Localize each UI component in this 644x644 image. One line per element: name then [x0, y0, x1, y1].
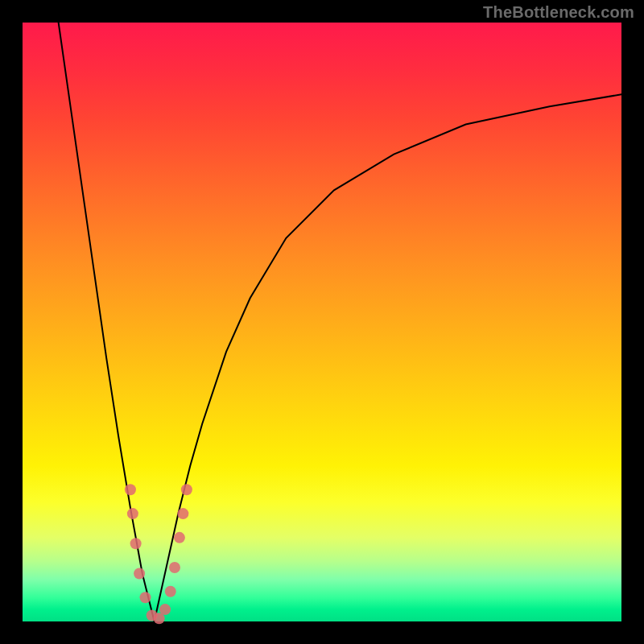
- marker-point: [140, 592, 151, 603]
- plot-area: [23, 23, 621, 621]
- marker-point: [169, 562, 180, 573]
- curve-right-branch: [155, 94, 621, 621]
- curve-left-branch: [59, 23, 155, 621]
- marker-point: [177, 508, 188, 519]
- bottleneck-curve: [59, 23, 621, 621]
- marker-point: [181, 484, 192, 495]
- curve-layer: [23, 23, 621, 621]
- marker-point: [134, 568, 145, 579]
- marker-point: [159, 604, 171, 615]
- marker-point: [127, 508, 138, 519]
- marker-point: [174, 532, 185, 543]
- marker-point: [130, 538, 142, 549]
- marker-point: [125, 484, 136, 495]
- chart-frame: TheBottleneck.com: [0, 0, 644, 644]
- marker-point: [165, 586, 176, 597]
- watermark-text: TheBottleneck.com: [483, 3, 634, 22]
